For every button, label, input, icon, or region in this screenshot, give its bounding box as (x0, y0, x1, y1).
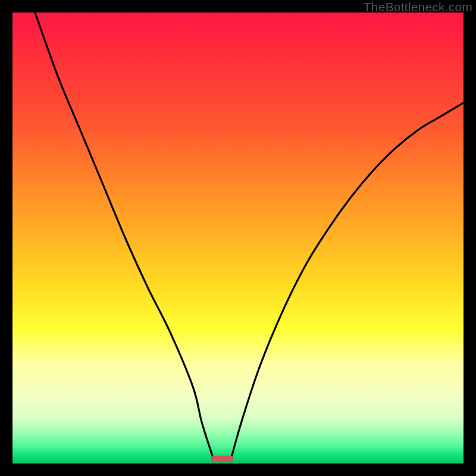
optimal-marker (211, 456, 234, 462)
watermark-text: TheBottleneck.com (364, 0, 472, 14)
chart-plot-area (12, 12, 464, 464)
left-curve-line (35, 12, 213, 458)
right-curve-line (231, 103, 464, 458)
chart-svg (12, 12, 464, 464)
